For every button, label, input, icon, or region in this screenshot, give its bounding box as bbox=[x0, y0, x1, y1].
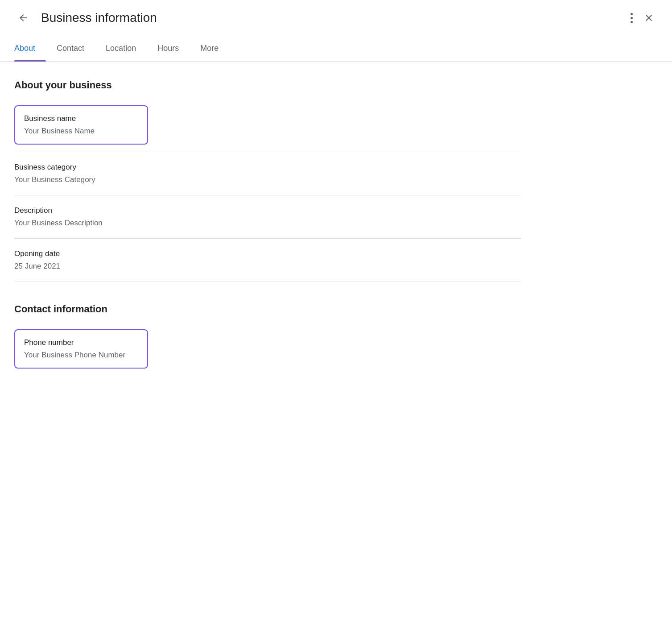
opening-date-value: 25 June 2021 bbox=[14, 262, 521, 271]
back-arrow-icon bbox=[18, 12, 29, 23]
tab-more[interactable]: More bbox=[190, 36, 229, 61]
close-icon bbox=[643, 12, 654, 23]
header: Business information bbox=[0, 0, 672, 36]
phone-number-label: Phone number bbox=[24, 338, 138, 347]
business-name-field[interactable]: Business name Your Business Name bbox=[14, 105, 148, 145]
opening-date-field[interactable]: Opening date 25 June 2021 bbox=[14, 239, 521, 282]
opening-date-label: Opening date bbox=[14, 249, 521, 258]
header-right bbox=[627, 9, 658, 27]
business-category-label: Business category bbox=[14, 163, 521, 172]
description-label: Description bbox=[14, 206, 521, 215]
more-options-button[interactable] bbox=[627, 9, 636, 27]
contact-section-title: Contact information bbox=[14, 303, 521, 315]
business-name-value: Your Business Name bbox=[24, 127, 138, 136]
tab-about[interactable]: About bbox=[14, 36, 46, 61]
tab-hours[interactable]: Hours bbox=[147, 36, 190, 61]
tab-location[interactable]: Location bbox=[95, 36, 147, 61]
business-name-label: Business name bbox=[24, 114, 138, 123]
phone-number-field[interactable]: Phone number Your Business Phone Number bbox=[14, 329, 148, 369]
page-title: Business information bbox=[41, 11, 157, 25]
three-dots-icon bbox=[631, 13, 633, 23]
header-left: Business information bbox=[14, 9, 157, 27]
tab-contact[interactable]: Contact bbox=[46, 36, 95, 61]
back-button[interactable] bbox=[14, 9, 32, 27]
close-button[interactable] bbox=[640, 9, 658, 27]
phone-number-value: Your Business Phone Number bbox=[24, 351, 138, 360]
description-value: Your Business Description bbox=[14, 219, 521, 228]
main-content: About your business Business name Your B… bbox=[0, 62, 535, 394]
business-category-field[interactable]: Business category Your Business Category bbox=[14, 152, 521, 195]
description-field[interactable]: Description Your Business Description bbox=[14, 195, 521, 239]
about-section-title: About your business bbox=[14, 79, 521, 91]
tabs-container: About Contact Location Hours More bbox=[0, 36, 672, 62]
business-category-value: Your Business Category bbox=[14, 175, 521, 184]
